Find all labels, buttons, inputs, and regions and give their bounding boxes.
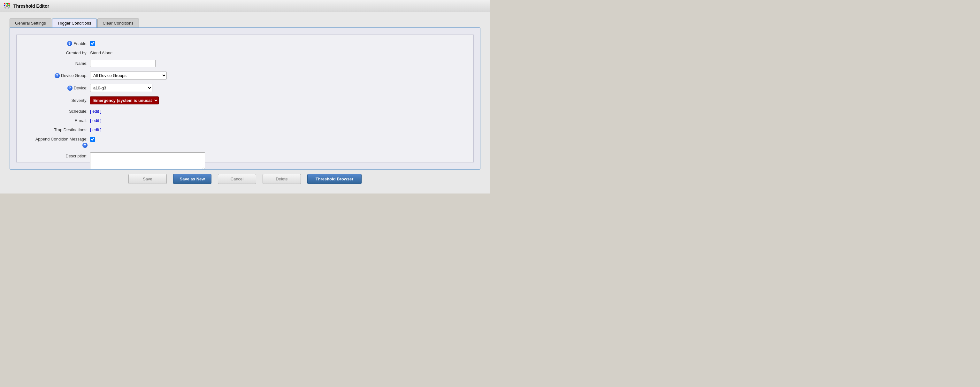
schedule-control: [ edit ] xyxy=(90,109,101,114)
main-content: General Settings Trigger Conditions Clea… xyxy=(0,12,490,194)
schedule-label: Schedule: xyxy=(26,109,90,114)
description-row: Description: xyxy=(26,152,464,170)
device-group-label: ? Device Group: xyxy=(26,73,90,78)
save-button[interactable]: Save xyxy=(129,174,167,184)
append-row: Append Condition Message: ? xyxy=(26,136,464,148)
device-label: ? Device: xyxy=(26,86,90,91)
page-title: Threshold Editor xyxy=(13,3,49,9)
email-row: E-mail: [ edit ] xyxy=(26,118,464,123)
device-select[interactable]: a10-g3 xyxy=(90,84,153,92)
device-help-icon[interactable]: ? xyxy=(67,86,73,91)
severity-select[interactable]: Emergency (system is unusable) Alert Cri… xyxy=(90,97,159,105)
enable-control xyxy=(90,41,95,46)
enable-row: ? Enable: xyxy=(26,41,464,46)
description-control xyxy=(90,152,205,170)
button-bar: Save Save as New Cancel Delete Threshold… xyxy=(10,170,480,187)
tabs-container: General Settings Trigger Conditions Clea… xyxy=(10,19,480,27)
schedule-edit-link[interactable]: [ edit ] xyxy=(90,109,101,114)
delete-button[interactable]: Delete xyxy=(262,174,301,184)
tab-general-settings[interactable]: General Settings xyxy=(10,19,51,27)
trap-edit-link[interactable]: [ edit ] xyxy=(90,127,101,132)
cancel-button[interactable]: Cancel xyxy=(218,174,256,184)
title-bar: Threshold Editor xyxy=(0,0,490,12)
enable-checkbox[interactable] xyxy=(90,41,95,46)
append-help-icon[interactable]: ? xyxy=(83,143,88,148)
device-group-help-icon[interactable]: ? xyxy=(55,73,60,78)
tab-clear-conditions[interactable]: Clear Conditions xyxy=(97,19,139,27)
description-label: Description: xyxy=(26,152,90,159)
form-panel: ? Enable: Created by: Stand Alone xyxy=(10,27,480,170)
device-group-row: ? Device Group: All Device Groups xyxy=(26,71,464,79)
trap-row: Trap Destinations: [ edit ] xyxy=(26,127,464,132)
append-label-area: Append Condition Message: ? xyxy=(26,136,90,148)
enable-help-icon[interactable]: ? xyxy=(67,41,72,46)
append-checkbox[interactable] xyxy=(90,136,95,142)
tab-trigger-conditions[interactable]: Trigger Conditions xyxy=(52,19,97,27)
severity-row: Severity: Emergency (system is unusable)… xyxy=(26,97,464,105)
form-inner: ? Enable: Created by: Stand Alone xyxy=(16,34,474,163)
save-as-new-button[interactable]: Save as New xyxy=(173,174,212,184)
svg-marker-2 xyxy=(6,3,8,5)
threshold-browser-button[interactable]: Threshold Browser xyxy=(307,174,361,184)
device-group-control: All Device Groups xyxy=(90,71,167,79)
email-edit-link[interactable]: [ edit ] xyxy=(90,118,101,123)
device-row: ? Device: a10-g3 xyxy=(26,84,464,92)
severity-label: Severity: xyxy=(26,98,90,103)
description-textarea[interactable] xyxy=(90,152,205,170)
created-by-value: Stand Alone xyxy=(90,51,113,55)
name-row: Name: xyxy=(26,60,464,67)
schedule-row: Schedule: [ edit ] xyxy=(26,109,464,114)
enable-label: ? Enable: xyxy=(26,41,90,46)
email-label: E-mail: xyxy=(26,118,90,123)
name-control xyxy=(90,60,156,67)
svg-marker-3 xyxy=(4,5,6,7)
device-control: a10-g3 xyxy=(90,84,153,92)
name-label: Name: xyxy=(26,61,90,66)
created-by-control: Stand Alone xyxy=(90,51,113,55)
append-control xyxy=(90,136,95,142)
severity-control: Emergency (system is unusable) Alert Cri… xyxy=(90,97,159,105)
app-icon xyxy=(3,2,11,10)
created-by-label: Created by: xyxy=(26,51,90,55)
name-input[interactable] xyxy=(90,60,156,67)
trap-label: Trap Destinations: xyxy=(26,127,90,132)
trap-control: [ edit ] xyxy=(90,127,101,132)
email-control: [ edit ] xyxy=(90,118,101,123)
device-group-select[interactable]: All Device Groups xyxy=(90,71,167,79)
created-by-row: Created by: Stand Alone xyxy=(26,51,464,55)
